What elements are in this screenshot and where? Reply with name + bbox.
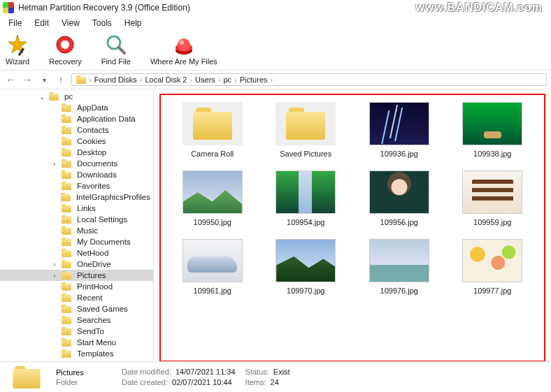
file-item[interactable]: 109970.jpg <box>263 236 350 298</box>
tree-item[interactable]: Saved Games <box>0 303 153 314</box>
image-thumbnail <box>462 102 522 145</box>
tree-item-label: Application Data <box>74 114 138 124</box>
folder-icon <box>62 137 71 145</box>
folder-icon <box>61 193 70 201</box>
image-thumbnail <box>183 239 243 282</box>
chevron-right-icon[interactable]: › <box>50 272 59 280</box>
nav-back[interactable]: ← <box>4 73 17 86</box>
wizard-label: Wizard <box>6 57 29 66</box>
where-files-label: Where Are My Files <box>150 57 217 66</box>
tree-item[interactable]: Favorites <box>0 180 153 191</box>
chevron-down-icon[interactable]: ⌄ <box>38 93 46 101</box>
file-item[interactable]: 109950.jpg <box>169 168 256 229</box>
item-label: 109977.jpg <box>473 286 511 295</box>
nav-history[interactable]: ▾ <box>38 73 50 86</box>
tree-item[interactable]: Start Menu <box>0 337 153 348</box>
folder-icon <box>62 316 71 324</box>
tree-item[interactable]: Downloads <box>0 169 153 180</box>
toolbar: Wizard Recovery Find File Where Are My F… <box>0 31 551 70</box>
tree-item-label: Saved Games <box>74 304 131 314</box>
tree-item[interactable]: Links <box>0 203 153 214</box>
file-item[interactable]: 109959.jpg <box>450 168 536 229</box>
folder-icon <box>62 282 71 291</box>
tree-root[interactable]: ⌄pc <box>0 91 153 102</box>
tree-item[interactable]: IntelGraphicsProfiles <box>0 191 153 203</box>
svg-point-8 <box>178 38 190 51</box>
tree-item[interactable]: SendTo <box>0 326 153 337</box>
crumb-pictures[interactable]: Pictures <box>240 75 268 84</box>
tree-item[interactable]: Cookies <box>0 136 153 147</box>
date-modified-label: Date modified: <box>122 368 171 376</box>
file-item[interactable]: 109977.jpg <box>450 236 536 298</box>
chevron-right-icon[interactable]: › <box>50 160 59 168</box>
where-files-icon <box>173 34 195 56</box>
chevron-right-icon: › <box>218 75 221 84</box>
tree-item[interactable]: ›Pictures <box>0 270 153 281</box>
tree-item[interactable]: Searches <box>0 314 153 326</box>
crumb-local-disk[interactable]: Local Disk 2 <box>145 75 187 84</box>
item-label: Camera Roll <box>191 150 234 158</box>
folder-item[interactable]: Camera Roll <box>169 99 256 161</box>
nav-forward[interactable]: → <box>21 73 34 86</box>
file-item[interactable]: 109956.jpg <box>356 168 443 229</box>
menu-file[interactable]: File <box>3 17 27 29</box>
crumb-users[interactable]: Users <box>195 75 215 84</box>
tree-item[interactable]: Desktop <box>0 147 153 158</box>
recovery-button[interactable]: Recovery <box>49 34 81 66</box>
folder-icon <box>62 305 71 313</box>
tree-item-label: SendTo <box>74 326 107 336</box>
window-title: Hetman Partition Recovery 3.9 (Office Ed… <box>18 3 190 13</box>
menu-edit[interactable]: Edit <box>29 17 55 29</box>
tree-item-label: Pictures <box>74 270 109 280</box>
chevron-right-icon: › <box>89 75 92 84</box>
tree-item[interactable]: AppData <box>0 102 153 113</box>
tree-item[interactable]: Local Settings <box>0 214 153 225</box>
tree-item-label: Searches <box>74 315 114 325</box>
nav-up[interactable]: ↑ <box>55 73 67 86</box>
crumb-pc[interactable]: pc <box>223 75 231 84</box>
menu-tools[interactable]: Tools <box>87 17 117 29</box>
folder-icon <box>62 159 71 168</box>
tree-item[interactable]: My Documents <box>0 236 153 247</box>
crumb-found-disks[interactable]: Found Disks <box>94 75 137 84</box>
image-thumbnail <box>369 170 429 214</box>
tree-item[interactable]: Application Data <box>0 113 153 124</box>
chevron-right-icon[interactable]: › <box>50 261 59 268</box>
wizard-button[interactable]: Wizard <box>6 34 29 66</box>
tree-item[interactable]: ›OneDrive <box>0 259 153 270</box>
folder-icon <box>62 170 71 179</box>
breadcrumb[interactable]: › Found Disks › Local Disk 2 › Users › p… <box>71 73 547 86</box>
file-item[interactable]: 109938.jpg <box>450 99 536 161</box>
folder-item[interactable]: Saved Pictures <box>263 99 350 161</box>
folder-icon <box>62 226 71 235</box>
item-label: 109950.jpg <box>194 218 231 226</box>
tree-item[interactable]: Contacts <box>0 124 153 136</box>
image-thumbnail <box>369 239 429 282</box>
status-type: Folder <box>56 378 112 386</box>
folder-icon <box>62 338 71 347</box>
tree-item[interactable]: ›Documents <box>0 158 153 169</box>
file-item[interactable]: 109961.jpg <box>169 236 256 298</box>
file-item[interactable]: 109936.jpg <box>356 99 443 161</box>
file-item[interactable]: 109976.jpg <box>356 236 443 298</box>
tree-item[interactable]: Music <box>0 225 153 236</box>
tree-item[interactable]: Templates <box>0 348 153 359</box>
svg-point-9 <box>180 41 184 45</box>
chevron-right-icon: › <box>189 75 192 84</box>
item-label: 109938.jpg <box>473 150 511 158</box>
tree-item[interactable]: Recent <box>0 292 153 303</box>
recovery-icon <box>54 34 76 56</box>
folder-icon <box>62 271 71 280</box>
tree-item[interactable]: NetHood <box>0 247 153 259</box>
folder-icon <box>276 102 336 145</box>
find-file-label: Find File <box>101 57 131 66</box>
item-label: 109970.jpg <box>287 286 324 295</box>
menu-help[interactable]: Help <box>119 17 148 29</box>
status-value: Exist <box>273 368 290 376</box>
folder-tree[interactable]: ⌄pcAppDataApplication DataContactsCookie… <box>0 89 154 368</box>
find-file-button[interactable]: Find File <box>101 34 131 66</box>
menu-view[interactable]: View <box>56 17 85 29</box>
file-item[interactable]: 109954.jpg <box>263 168 350 229</box>
tree-item[interactable]: PrintHood <box>0 281 153 292</box>
where-files-button[interactable]: Where Are My Files <box>150 34 217 66</box>
